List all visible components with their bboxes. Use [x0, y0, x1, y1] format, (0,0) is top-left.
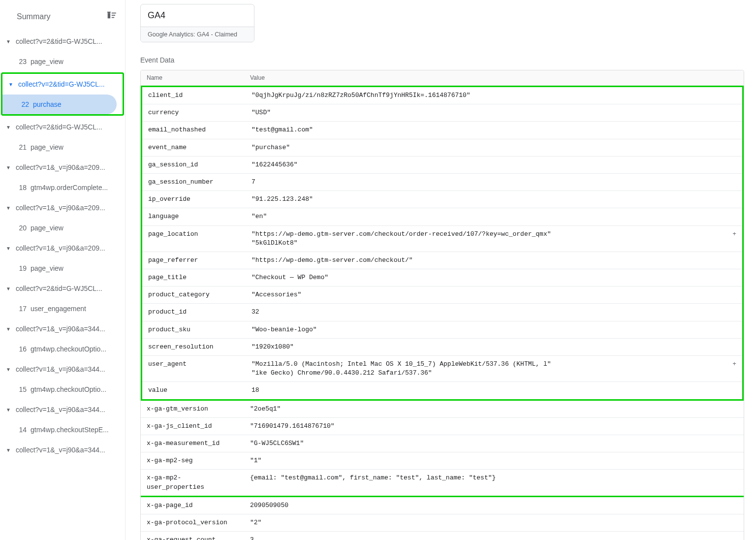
chevron-down-icon: ▼ [6, 367, 11, 372]
summary-title: Summary [17, 12, 50, 21]
event-index: 21 [17, 143, 27, 151]
param-value: "G-WJ5CLC6SW1" [244, 435, 744, 452]
table-row[interactable]: language"en" [142, 208, 742, 225]
request-group[interactable]: ▼collect?v=1&_v=j90&a=209... [0, 157, 125, 178]
chevron-down-icon: ▼ [6, 286, 11, 291]
table-row[interactable]: product_id32 [142, 304, 742, 321]
param-name: language [142, 208, 246, 225]
table-row[interactable]: x-ga-mp2-seg"1" [141, 452, 744, 470]
event-index: 16 [17, 345, 27, 353]
event-item[interactable]: 22purchase [2, 95, 117, 114]
table-row[interactable]: page_referrer"https://wp-demo.gtm-server… [142, 252, 742, 269]
param-value: "purchase" [246, 139, 742, 156]
event-item[interactable]: 18gtm4wp.orderComplete... [0, 178, 119, 197]
request-group[interactable]: ▼collect?v=1&_v=j90&a=344... [0, 399, 125, 420]
param-name: page_location [142, 226, 246, 252]
param-value: "1622445636" [246, 157, 742, 173]
param-name: currency [142, 104, 246, 121]
request-group[interactable]: ▼collect?v=1&_v=j90&a=344... [0, 440, 125, 460]
table-row[interactable]: x-ga-js_client_id"716901479.1614876710" [141, 418, 744, 435]
param-value: 7 [246, 174, 742, 191]
request-group-label: collect?v=2&tid=G-WJ5CL... [16, 285, 120, 292]
request-group-label: collect?v=1&_v=j90&a=344... [16, 446, 120, 454]
param-value: "2" [244, 514, 744, 531]
table-row[interactable]: product_sku"Woo-beanie-logo" [142, 321, 742, 339]
param-name: client_id [142, 87, 246, 104]
param-name: x-ga-request_count [141, 532, 244, 540]
table-row[interactable]: ga_session_id"1622445636" [142, 157, 742, 174]
svg-rect-0 [108, 13, 110, 19]
event-item[interactable]: 17user_engagement [0, 299, 119, 318]
param-name: x-ga-gtm_version [141, 401, 244, 417]
event-item[interactable]: 21page_view [0, 137, 119, 157]
event-label: page_view [31, 224, 63, 232]
request-group[interactable]: ▼collect?v=1&_v=j90&a=209... [0, 238, 125, 258]
request-group[interactable]: ▼collect?v=2&tid=G-WJ5CL... [0, 31, 125, 52]
table-row[interactable]: page_location"https://wp-demo.gtm-server… [142, 226, 742, 252]
table-row[interactable]: ip_override"91.225.123.248" [142, 191, 742, 208]
event-item[interactable]: 16gtm4wp.checkoutOptio... [0, 339, 119, 359]
request-group[interactable]: ▼collect?v=2&tid=G-WJ5CL... [2, 74, 123, 95]
param-value: "USD" [246, 104, 742, 121]
table-row[interactable]: user_agent"Mozilla/5.0 (Macintosh; Intel… [142, 356, 742, 382]
chevron-down-icon: ▼ [6, 326, 11, 332]
param-value: "en" [246, 208, 742, 225]
table-row[interactable]: x-ga-protocol_version"2" [141, 514, 744, 532]
param-name: x-ga-js_client_id [141, 418, 244, 435]
request-group-label: collect?v=1&_v=j90&a=344... [16, 406, 120, 413]
event-label: gtm4wp.checkoutStepE... [31, 426, 109, 434]
event-item[interactable]: 20page_view [0, 218, 119, 238]
param-name: ip_override [142, 191, 246, 208]
event-label: gtm4wp.checkoutOptio... [31, 345, 106, 353]
event-label: purchase [33, 100, 62, 108]
event-item[interactable]: 15gtm4wp.checkoutOptio... [0, 380, 119, 399]
table-row[interactable]: x-ga-mp2-user_properties{email: "test@gm… [141, 470, 744, 497]
request-group[interactable]: ▼collect?v=1&_v=j90&a=209... [0, 197, 125, 218]
table-header: Name Value [141, 70, 744, 86]
param-name: ga_session_id [142, 157, 246, 173]
event-index: 15 [17, 385, 27, 393]
table-row[interactable]: product_category"Accessories" [142, 286, 742, 304]
tag-title: GA4 [141, 4, 254, 27]
table-row[interactable]: x-ga-gtm_version"2oe5q1" [141, 401, 744, 418]
svg-rect-1 [112, 13, 116, 14]
table-row[interactable]: page_title"Checkout — WP Demo" [142, 269, 742, 286]
table-row[interactable]: currency"USD" [142, 104, 742, 122]
table-row[interactable]: event_name"purchase" [142, 139, 742, 157]
request-group[interactable]: ▼collect?v=2&tid=G-WJ5CL... [0, 278, 125, 299]
event-data-table: Name Value client_id"0qjhJgKrpuJg/zi/n8z… [140, 70, 744, 540]
param-name: page_referrer [142, 252, 246, 269]
request-group[interactable]: ▼collect?v=2&tid=G-WJ5CL... [0, 117, 125, 137]
table-row[interactable]: x-ga-request_count3 [141, 532, 744, 540]
event-index: 22 [19, 100, 29, 108]
table-row[interactable]: x-ga-page_id2090509050 [141, 497, 744, 514]
tag-card[interactable]: GA4 Google Analytics: GA4 - Claimed [140, 4, 254, 42]
clear-all-icon[interactable] [105, 11, 116, 22]
table-row[interactable]: client_id"0qjhJgKrpuJg/zi/n8zRZ7zRo50AfC… [142, 87, 742, 104]
chevron-down-icon: ▼ [6, 407, 11, 413]
param-value: "Woo-beanie-logo" [246, 321, 742, 338]
event-label: page_view [31, 58, 63, 65]
event-item[interactable]: 23page_view [0, 52, 119, 71]
param-value: {email: "test@gmail.com", first_name: "t… [244, 470, 744, 495]
event-item[interactable]: 19page_view [0, 258, 119, 278]
param-value: "Checkout — WP Demo" [246, 269, 742, 286]
table-row[interactable]: value18 [142, 382, 742, 399]
table-row[interactable]: x-ga-measurement_id"G-WJ5CLC6SW1" [141, 435, 744, 452]
request-group[interactable]: ▼collect?v=1&_v=j90&a=344... [0, 318, 125, 339]
param-value: "https://wp-demo.gtm-server.com/checkout… [246, 252, 742, 269]
request-group[interactable]: ▼collect?v=1&_v=j90&a=344... [0, 359, 125, 380]
param-name: x-ga-mp2-seg [141, 452, 244, 469]
event-item[interactable]: 14gtm4wp.checkoutStepE... [0, 420, 119, 440]
event-label: page_view [31, 143, 63, 151]
param-name: user_agent [142, 356, 246, 381]
chevron-down-icon: ▼ [6, 39, 11, 44]
chevron-down-icon: ▼ [6, 447, 11, 453]
table-row[interactable]: email_nothashed"test@gmail.com" [142, 122, 742, 139]
table-row[interactable]: ga_session_number7 [142, 174, 742, 191]
tag-subtitle: Google Analytics: GA4 - Claimed [141, 27, 254, 42]
table-row[interactable]: screen_resolution"1920x1080" [142, 339, 742, 356]
request-group-label: collect?v=1&_v=j90&a=344... [16, 365, 120, 373]
request-group-label: collect?v=2&tid=G-WJ5CL... [18, 80, 118, 88]
param-name: value [142, 382, 246, 399]
